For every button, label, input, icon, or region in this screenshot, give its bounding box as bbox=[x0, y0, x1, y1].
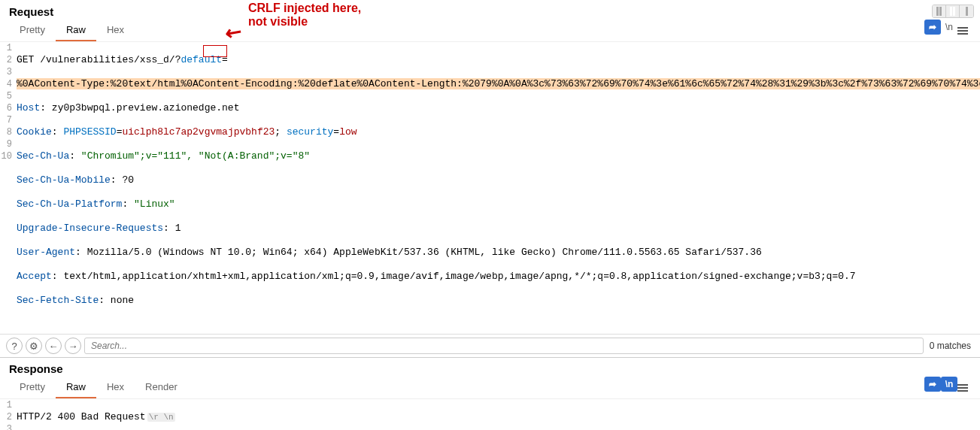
view-col3[interactable] bbox=[960, 5, 973, 17]
request-code[interactable]: 12345678910 GET /vulnerabilities/xss_d/?… bbox=[0, 42, 980, 334]
action-icon[interactable]: ➦ bbox=[924, 20, 941, 35]
request-footer: ? ⚙ ← → 0 matches bbox=[0, 334, 980, 357]
matches-label: 0 matches bbox=[927, 341, 974, 351]
help-icon[interactable]: ? bbox=[6, 338, 23, 354]
response-panel: Request blocked! Response Pretty Raw Hex… bbox=[0, 358, 980, 430]
response-tabs: Pretty Raw Hex Render ➦ \n bbox=[0, 377, 980, 399]
action-icon[interactable]: ➦ bbox=[924, 377, 941, 392]
view-toggle[interactable] bbox=[932, 5, 974, 18]
tab-hex[interactable]: Hex bbox=[96, 377, 135, 398]
request-panel: CRLF injected here, not visible ↙ Reques… bbox=[0, 0, 980, 358]
menu-icon[interactable] bbox=[957, 377, 971, 398]
tab-pretty[interactable]: Pretty bbox=[9, 377, 56, 398]
prev-icon[interactable]: ← bbox=[45, 338, 62, 354]
tab-raw[interactable]: Raw bbox=[56, 20, 96, 41]
newline-toggle-on[interactable]: \n bbox=[941, 377, 957, 392]
tab-pretty[interactable]: Pretty bbox=[9, 20, 56, 41]
view-col1[interactable] bbox=[933, 5, 946, 17]
gutter: 12345678910 bbox=[0, 42, 17, 331]
next-icon[interactable]: → bbox=[65, 338, 81, 354]
request-title: Request bbox=[9, 5, 53, 18]
search-input[interactable] bbox=[84, 338, 924, 354]
tab-raw[interactable]: Raw bbox=[56, 377, 96, 398]
gutter: 1234567891011 bbox=[0, 399, 17, 430]
response-code[interactable]: 1234567891011 HTTP/2 400 Bad Request\r \… bbox=[0, 399, 980, 430]
tab-hex[interactable]: Hex bbox=[96, 20, 135, 41]
gear-icon[interactable]: ⚙ bbox=[26, 338, 42, 354]
newline-toggle[interactable]: \n bbox=[941, 20, 957, 35]
view-col2[interactable] bbox=[946, 5, 960, 17]
tab-render[interactable]: Render bbox=[135, 377, 188, 398]
menu-icon[interactable] bbox=[957, 20, 971, 41]
response-title: Response bbox=[9, 362, 63, 375]
request-tabs: Pretty Raw Hex ➦ \n bbox=[0, 20, 980, 42]
